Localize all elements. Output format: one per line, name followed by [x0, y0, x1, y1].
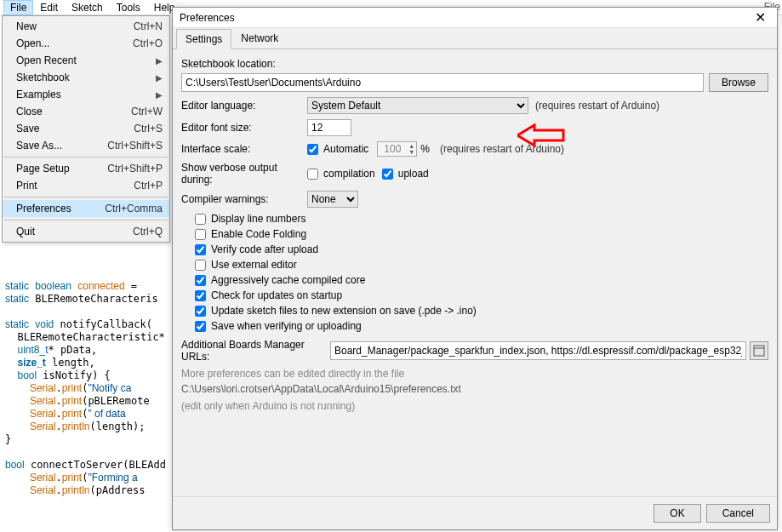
checkbox[interactable] [195, 260, 206, 271]
ok-button[interactable]: OK [654, 504, 700, 523]
pref-check-display-line-numbers[interactable]: Display line numbers [195, 213, 768, 225]
file-menu-dropdown: NewCtrl+NOpen...Ctrl+OOpen Recent▶Sketch… [2, 15, 170, 243]
submenu-arrow-icon: ▶ [156, 73, 163, 83]
code-editor-background: static boolean connected = static BLERem… [5, 267, 175, 497]
tabs: Settings Network [173, 28, 777, 49]
editor-language-hint: (requires restart of Arduino) [535, 100, 659, 112]
percent-label: % [420, 143, 430, 155]
pref-check-enable-code-folding[interactable]: Enable Code Folding [195, 228, 768, 240]
menu-item-save[interactable]: SaveCtrl+S [3, 120, 169, 137]
spinner-buttons-icon[interactable]: ▲▼ [407, 143, 416, 155]
interface-scale-spinner[interactable]: ▲▼ [377, 141, 417, 157]
sketchbook-location-label: Sketchbook location: [181, 58, 768, 70]
verbose-compilation-label: compilation [323, 168, 375, 180]
verbose-compilation-checkbox[interactable] [307, 169, 318, 180]
checkbox[interactable] [195, 244, 206, 255]
note-prefs-path: C:\Users\lori.crotser\AppData\Local\Ardu… [181, 383, 768, 395]
checkbox[interactable] [195, 321, 206, 332]
menu-item-print[interactable]: PrintCtrl+P [3, 177, 169, 194]
pref-check-check-for-updates-on-startup[interactable]: Check for updates on startup [195, 289, 768, 301]
checkbox[interactable] [195, 290, 206, 301]
menu-item-new[interactable]: NewCtrl+N [3, 18, 169, 35]
dialog-body: Sketchbook location: Browse Editor langu… [173, 49, 777, 496]
menu-item-preferences[interactable]: PreferencesCtrl+Comma [3, 200, 169, 217]
svg-rect-0 [754, 346, 764, 356]
verbose-upload-checkbox[interactable] [382, 169, 393, 180]
verbose-upload-label: upload [398, 168, 429, 180]
menu-tools[interactable]: Tools [110, 0, 147, 15]
window-icon [753, 345, 765, 357]
boards-urls-input[interactable] [330, 341, 746, 360]
checkbox[interactable] [195, 306, 206, 317]
note-edit-file: More preferences can be edited directly … [181, 368, 768, 380]
menu-item-quit[interactable]: QuitCtrl+Q [3, 223, 169, 240]
compiler-warnings-label: Compiler warnings: [181, 193, 307, 205]
sketchbook-location-input[interactable] [181, 73, 704, 92]
pref-check-update-sketch-files-to-new-extension-on-save-pde-ino[interactable]: Update sketch files to new extension on … [195, 305, 768, 317]
tab-network[interactable]: Network [231, 28, 288, 49]
note-edit-when: (edit only when Arduino is not running) [181, 400, 768, 412]
pref-check-verify-code-after-upload[interactable]: Verify code after upload [195, 243, 768, 255]
menu-file[interactable]: File [3, 0, 33, 15]
checkbox[interactable] [195, 214, 206, 225]
interface-scale-value [378, 143, 407, 155]
compiler-warnings-select[interactable]: None [307, 191, 358, 208]
submenu-arrow-icon: ▶ [156, 90, 163, 100]
interface-scale-label: Interface scale: [181, 143, 307, 155]
boards-urls-label: Additional Boards Manager URLs: [181, 339, 330, 363]
submenu-arrow-icon: ▶ [156, 56, 163, 66]
pref-check-aggressively-cache-compiled-core[interactable]: Aggressively cache compiled core [195, 274, 768, 286]
menu-item-examples[interactable]: Examples▶ [3, 86, 169, 103]
menu-item-save-as-[interactable]: Save As...Ctrl+Shift+S [3, 137, 169, 154]
pref-check-save-when-verifying-or-uploading[interactable]: Save when verifying or uploading [195, 320, 768, 332]
editor-font-size-input[interactable] [307, 119, 351, 136]
preferences-dialog: Preferences ✕ Settings Network Sketchboo… [172, 7, 778, 530]
menu-sketch[interactable]: Sketch [65, 0, 110, 15]
interface-scale-hint: (requires restart of Arduino) [440, 143, 564, 155]
dialog-title: Preferences [180, 12, 750, 24]
editor-language-select[interactable]: System Default [307, 97, 528, 114]
menu-item-sketchbook[interactable]: Sketchbook▶ [3, 69, 169, 86]
interface-scale-auto-checkbox[interactable] [307, 144, 318, 155]
checkbox[interactable] [195, 229, 206, 240]
checkbox[interactable] [195, 275, 206, 286]
cancel-button[interactable]: Cancel [706, 504, 770, 523]
dialog-titlebar: Preferences ✕ [173, 8, 777, 28]
menu-item-page-setup[interactable]: Page SetupCtrl+Shift+P [3, 160, 169, 177]
close-icon[interactable]: ✕ [750, 9, 770, 26]
editor-font-size-label: Editor font size: [181, 122, 307, 134]
tab-settings[interactable]: Settings [176, 29, 231, 49]
browse-button[interactable]: Browse [709, 73, 768, 92]
interface-scale-auto-label: Automatic [323, 143, 368, 155]
pref-check-use-external-editor[interactable]: Use external editor [195, 259, 768, 271]
dialog-buttons: OK Cancel [173, 496, 777, 529]
menu-item-open-[interactable]: Open...Ctrl+O [3, 35, 169, 52]
editor-language-label: Editor language: [181, 100, 307, 112]
verbose-label: Show verbose output during: [181, 162, 307, 186]
menu-edit[interactable]: Edit [33, 0, 65, 15]
boards-urls-edit-button[interactable] [750, 341, 768, 360]
menu-item-close[interactable]: CloseCtrl+W [3, 103, 169, 120]
menu-item-open-recent[interactable]: Open Recent▶ [3, 52, 169, 69]
